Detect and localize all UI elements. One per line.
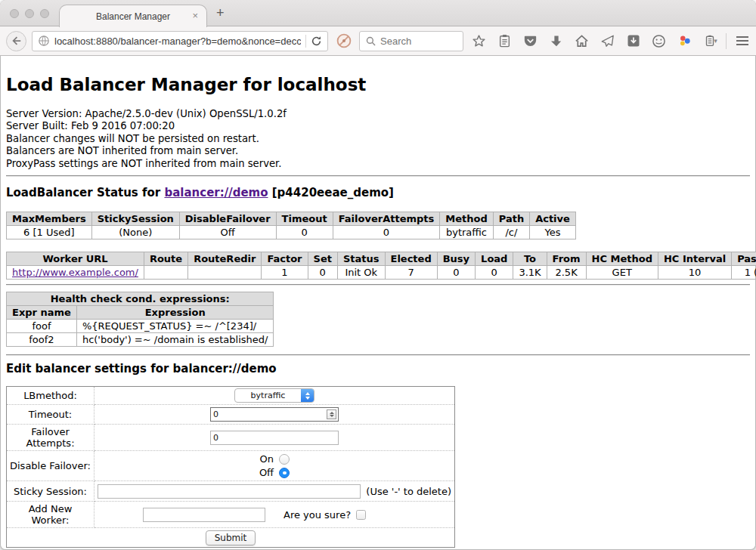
status-heading-prefix: LoadBalancer Status for — [6, 186, 164, 199]
url-bar[interactable]: localhost:8880/balancer-manager?b=demo&n… — [32, 31, 328, 51]
submit-button[interactable]: Submit — [206, 530, 256, 545]
col-hc-interval: HC Interval — [658, 252, 731, 266]
cell-hc-method: GET — [586, 266, 658, 280]
cell-route — [144, 266, 187, 280]
are-you-sure-checkbox[interactable] — [356, 510, 366, 520]
cell-set: 0 — [308, 266, 337, 280]
divider — [6, 175, 750, 177]
col-elected: Elected — [385, 252, 437, 266]
persist-note-line: Balancer changes will NOT be persisted o… — [6, 133, 750, 145]
col-factor: Factor — [262, 252, 308, 266]
content-block-button[interactable] — [333, 31, 354, 51]
table-title-row: Health check cond. expressions: — [7, 292, 274, 306]
col-disablefailover: DisableFailover — [179, 212, 276, 226]
col-route: Route — [144, 252, 187, 266]
lbmethod-selected-value: bytraffic — [235, 391, 301, 400]
send-icon — [600, 34, 615, 48]
minimize-window-button[interactable] — [25, 9, 34, 18]
reload-icon[interactable] — [311, 36, 322, 47]
tab-balancer-manager[interactable]: Balancer Manager × — [59, 5, 207, 27]
search-icon — [366, 36, 376, 46]
new-tab-button[interactable]: + — [216, 5, 225, 21]
dropdown-caret-icon: ▾ — [714, 37, 717, 45]
cell-factor: 1 — [262, 266, 308, 280]
add-worker-label: Add New Worker: — [7, 502, 94, 528]
col-timeout: Timeout — [276, 212, 333, 226]
multi-account-button[interactable] — [674, 31, 695, 51]
zoom-window-button[interactable] — [40, 9, 49, 18]
edit-settings-heading: Edit balancer settings for balancer://de… — [6, 362, 750, 376]
inherit-note-line: Balancers are NOT inherited from main se… — [6, 145, 750, 157]
sticky-session-hint: (Use '-' to delete) — [366, 486, 451, 497]
col-expression: Expression — [76, 306, 274, 320]
reading-list-button[interactable] — [494, 31, 515, 51]
pocket-button[interactable] — [520, 31, 541, 51]
server-info: Server Version: Apache/2.5.0-dev (Unix) … — [6, 108, 750, 170]
add-worker-input[interactable] — [143, 508, 265, 522]
cell-expression: hc('body') =~ /domain is established/ — [76, 333, 274, 347]
search-bar[interactable]: Search — [359, 31, 463, 51]
cell-disablefailover: Off — [179, 226, 276, 239]
failover-attempts-input[interactable] — [210, 431, 339, 445]
table-row: foof2 hc('body') =~ /domain is establish… — [7, 333, 274, 347]
col-active: Active — [530, 212, 576, 226]
tab-close-icon[interactable]: × — [192, 11, 198, 20]
col-worker-url: Worker URL — [7, 252, 144, 266]
lbmethod-row: LBmethod: bytraffic — [7, 387, 455, 405]
titlebar: Balancer Manager × + — [0, 0, 756, 26]
col-busy: Busy — [437, 252, 475, 266]
cell-path: /c/ — [493, 226, 529, 239]
cell-method: bytraffic — [440, 226, 493, 239]
battery-extension-button[interactable]: ▾ — [700, 31, 720, 51]
back-button[interactable] — [6, 31, 26, 51]
close-window-button[interactable] — [10, 9, 19, 18]
table-row: foof %{REQUEST_STATUS} =~ /^[234]/ — [7, 320, 274, 333]
cell-to: 3.1K — [513, 266, 547, 280]
failover-attempts-row: Failover Attempts: — [7, 425, 455, 451]
worker-url-link[interactable]: http://www.example.com/ — [12, 267, 138, 278]
col-load: Load — [476, 252, 513, 266]
bookmark-button[interactable] — [469, 31, 489, 51]
number-spinner-icon[interactable] — [327, 409, 336, 419]
sticky-session-input[interactable] — [98, 484, 361, 499]
lbmethod-select[interactable]: bytraffic — [234, 388, 314, 403]
sticky-session-row: Sticky Session: (Use '-' to delete) — [7, 481, 455, 502]
home-button[interactable] — [572, 31, 592, 51]
disable-failover-row: Disable Failover: On Off — [7, 451, 455, 481]
url-input[interactable]: localhost:8880/balancer-manager?b=demo&n… — [54, 36, 301, 47]
col-from: From — [547, 252, 586, 266]
table-header-row: MaxMembers StickySession DisableFailover… — [7, 212, 576, 226]
menu-button[interactable] — [732, 31, 752, 51]
send-tab-button[interactable] — [597, 31, 618, 51]
search-input[interactable]: Search — [380, 36, 411, 47]
col-set: Set — [308, 252, 337, 266]
downloads-button[interactable] — [546, 31, 566, 51]
are-you-sure-label: Are you sure? — [284, 509, 351, 521]
window-controls — [10, 9, 49, 18]
addon-button[interactable] — [623, 31, 643, 51]
col-maxmembers: MaxMembers — [7, 212, 92, 226]
disable-failover-off-radio[interactable] — [279, 468, 290, 478]
browser-window: Balancer Manager × + localhost:8880/bala… — [0, 0, 756, 550]
cell-expr-name: foof2 — [7, 333, 77, 347]
select-stepper-icon — [301, 388, 314, 403]
chat-button[interactable] — [649, 31, 669, 51]
balancer-demo-link[interactable]: balancer://demo — [164, 186, 268, 199]
cell-maxmembers: 6 [1 Used] — [7, 226, 92, 239]
table-row: 6 [1 Used] (None) Off 0 0 bytraffic /c/ … — [7, 226, 576, 239]
disable-failover-on-radio[interactable] — [279, 454, 290, 465]
cell-routeredir — [188, 266, 262, 280]
cell-from: 2.5K — [547, 266, 586, 280]
col-status: Status — [337, 252, 385, 266]
tab-title: Balancer Manager — [96, 11, 170, 22]
globe-icon — [38, 35, 50, 47]
col-path: Path — [493, 212, 529, 226]
pocket-icon — [523, 34, 538, 48]
server-built-line: Server Built: Feb 9 2016 07:00:20 — [6, 120, 750, 132]
addon-square-icon — [627, 34, 640, 48]
page-content: Load Balancer Manager for localhost Serv… — [0, 75, 756, 550]
timeout-input[interactable] — [210, 407, 339, 422]
hamburger-menu-icon — [735, 35, 750, 47]
edit-balancer-form: LBmethod: bytraffic Timeout: — [6, 386, 455, 548]
cell-busy: 0 — [437, 266, 475, 280]
